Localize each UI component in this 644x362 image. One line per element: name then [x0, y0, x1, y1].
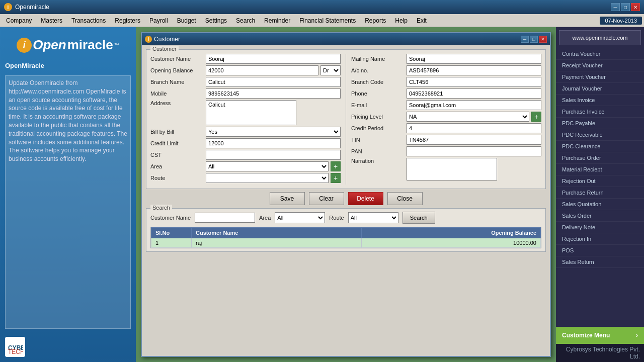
right-menu-item-15[interactable]: Delivery Note — [556, 222, 644, 233]
right-panel: www.openmiracle.com Contra VoucherReceip… — [556, 27, 644, 362]
credit-limit-input[interactable] — [206, 138, 341, 148]
right-menu-item-7[interactable]: PDC Receivable — [556, 129, 644, 141]
customer-name-label: Customer Name — [150, 56, 206, 62]
maximize-button[interactable]: □ — [621, 3, 630, 11]
address-row: Address — [150, 100, 341, 125]
search-button[interactable]: Search — [403, 212, 435, 224]
right-menu-item-0[interactable]: Contra Voucher — [556, 48, 644, 60]
route-add-btn[interactable]: + — [331, 173, 341, 183]
pan-label: PAN — [351, 148, 407, 154]
dialog-overlay: i Customer ─ □ ✕ Customer — [136, 27, 556, 362]
clear-button[interactable]: Clear — [309, 192, 344, 205]
menu-reminder[interactable]: Reminder — [260, 16, 294, 25]
ac-no-label: A/c no. — [351, 67, 407, 73]
credit-limit-row: Credit Limit — [150, 138, 341, 148]
pricing-level-add-btn[interactable]: + — [531, 112, 541, 122]
right-menu-item-6[interactable]: PDC Payable — [556, 118, 644, 129]
right-menu-item-13[interactable]: Sales Quotation — [556, 199, 644, 210]
pricing-level-select[interactable]: NA — [407, 112, 529, 122]
branch-name-input[interactable] — [206, 77, 341, 87]
menu-payroll[interactable]: Payroll — [145, 16, 172, 25]
website-button[interactable]: www.openmiracle.com — [559, 30, 641, 45]
table-row[interactable]: 1 raj 10000.00 — [151, 238, 541, 248]
area-select[interactable]: All — [206, 161, 329, 171]
cst-label: CST — [150, 152, 206, 158]
menu-masters[interactable]: Masters — [37, 16, 66, 25]
right-menu-item-10[interactable]: Material Reciept — [556, 164, 644, 175]
ac-no-input[interactable] — [407, 65, 541, 75]
close-dialog-button[interactable]: Close — [387, 192, 423, 205]
col-header-customer-name: Customer Name — [192, 228, 362, 238]
menu-registers[interactable]: Registers — [111, 16, 144, 25]
menu-company[interactable]: Company — [2, 16, 36, 25]
narration-input[interactable] — [407, 158, 497, 180]
dialog-close-btn[interactable]: ✕ — [539, 36, 547, 43]
phone-row: Phone — [351, 88, 541, 99]
cell-customer-name: raj — [192, 238, 362, 248]
pricing-level-row: Pricing Level NA + — [351, 112, 541, 122]
cst-input[interactable] — [206, 150, 341, 160]
phone-input[interactable] — [407, 88, 541, 99]
search-row: Customer Name Area All Route All Search — [150, 212, 541, 224]
email-input[interactable] — [407, 100, 541, 110]
mobile-input[interactable] — [206, 88, 341, 99]
menu-settings[interactable]: Settings — [201, 16, 231, 25]
right-menu-item-5[interactable]: Purchase Invoice — [556, 106, 644, 118]
right-menu-item-11[interactable]: Rejection Out — [556, 175, 644, 187]
area-add-btn[interactable]: + — [331, 161, 341, 171]
bill-by-bill-select[interactable]: YesNo — [206, 127, 341, 137]
opening-balance-input[interactable] — [206, 65, 318, 75]
dr-cr-select[interactable]: DrCr — [320, 65, 341, 75]
right-menu-item-2[interactable]: Payment Voucher — [556, 71, 644, 83]
right-menu-item-14[interactable]: Sales Order — [556, 210, 644, 222]
right-menu-item-17[interactable]: POS — [556, 245, 644, 256]
minimize-button[interactable]: ─ — [611, 3, 620, 11]
menu-help[interactable]: Help — [391, 16, 412, 25]
mailing-name-input[interactable] — [407, 54, 541, 64]
delete-button[interactable]: Delete — [348, 192, 383, 205]
menu-exit[interactable]: Exit — [413, 16, 431, 25]
save-button[interactable]: Save — [270, 192, 305, 205]
menu-search[interactable]: Search — [232, 16, 259, 25]
customer-name-input[interactable] — [206, 54, 341, 64]
dialog-minimize[interactable]: ─ — [521, 36, 529, 43]
dialog-title-bar: i Customer ─ □ ✕ — [142, 33, 550, 45]
pan-input[interactable] — [407, 146, 541, 156]
narration-label: Narration — [351, 158, 407, 164]
right-menu-item-18[interactable]: Sales Return — [556, 256, 644, 268]
footer-text: Cybrosys Technologies Pvt. Ltd. — [566, 346, 640, 360]
credit-period-input[interactable] — [407, 123, 541, 133]
mailing-name-label: Mailing Name — [351, 56, 407, 62]
right-menu-item-1[interactable]: Receipt Voucher — [556, 60, 644, 71]
customize-menu-bar[interactable]: Customize Menu › — [556, 327, 644, 344]
branch-code-input[interactable] — [407, 77, 541, 87]
route-select[interactable] — [206, 173, 329, 183]
right-menu-item-8[interactable]: PDC Clearance — [556, 141, 644, 152]
right-menu-item-4[interactable]: Sales Invoice — [556, 95, 644, 106]
description-text: Update Openmiracle from http://www.openm… — [9, 79, 127, 162]
right-menu-item-12[interactable]: Purchase Return — [556, 187, 644, 199]
dialog-icon: i — [145, 36, 152, 43]
address-label: Address — [150, 100, 206, 106]
search-section-label: Search — [150, 205, 172, 211]
dialog-maximize[interactable]: □ — [530, 36, 538, 43]
menu-budget[interactable]: Budget — [173, 16, 200, 25]
menu-reports[interactable]: Reports — [361, 16, 390, 25]
right-menu: Contra VoucherReceipt VoucherPayment Vou… — [556, 48, 644, 268]
right-menu-item-9[interactable]: Purchase Order — [556, 152, 644, 164]
search-area-select[interactable]: All — [275, 212, 325, 223]
address-input[interactable] — [206, 100, 296, 125]
right-menu-item-3[interactable]: Journal Voucher — [556, 83, 644, 95]
tin-input[interactable] — [407, 135, 541, 145]
right-menu-item-16[interactable]: Rejection In — [556, 233, 644, 245]
description-box: Update Openmiracle from http://www.openm… — [5, 75, 131, 329]
close-button[interactable]: ✕ — [631, 3, 640, 11]
area-row: Area All + — [150, 161, 341, 171]
menu-transactions[interactable]: Transactions — [67, 16, 110, 25]
menu-financial-statements[interactable]: Financial Statements — [295, 16, 360, 25]
area-label: Area — [150, 163, 206, 169]
search-route-select[interactable]: All — [348, 212, 398, 223]
search-customer-name-input[interactable] — [195, 213, 255, 223]
cybrosys-area: CYBER TECHNOLOGIES — [5, 337, 131, 357]
tin-row: TIN — [351, 135, 541, 145]
